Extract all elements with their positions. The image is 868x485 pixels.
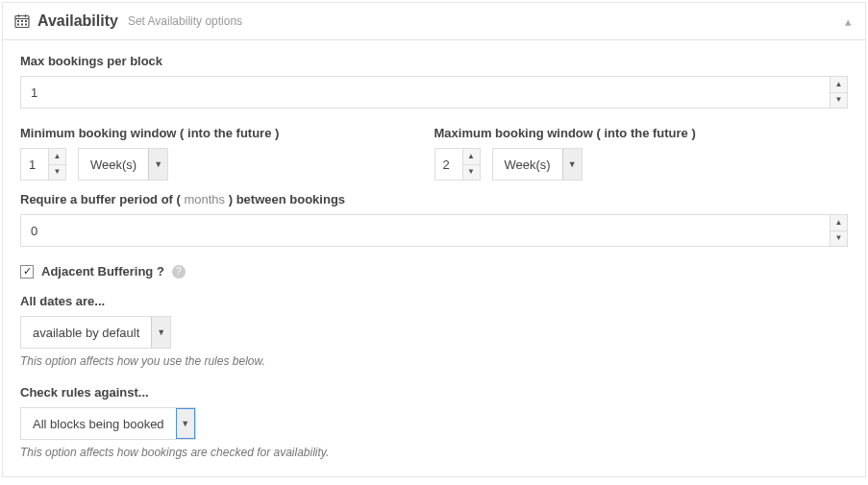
max-bookings-field: Max bookings per block 1 ▲ ▼ xyxy=(20,54,848,109)
check-rules-value: All blocks being booked xyxy=(21,408,176,439)
max-bookings-label: Max bookings per block xyxy=(20,54,848,68)
min-window-value-input[interactable]: 1 ▲ ▼ xyxy=(20,148,66,181)
chevron-down-icon[interactable]: ▼ xyxy=(148,149,167,180)
max-window-value-input[interactable]: 2 ▲ ▼ xyxy=(434,148,481,181)
adjacent-buffering-field: ✓ Adjacent Buffering ? ? xyxy=(20,264,848,279)
adjacent-buffering-label: Adjacent Buffering ? xyxy=(41,264,164,279)
min-window-unit-select[interactable]: Week(s) ▼ xyxy=(78,148,168,181)
spinner: ▲ ▼ xyxy=(830,215,847,246)
max-bookings-input[interactable]: 1 ▲ ▼ xyxy=(20,76,848,109)
max-window-field: Maximum booking window ( into the future… xyxy=(434,126,849,181)
all-dates-value: available by default xyxy=(21,317,151,348)
panel-subtitle: Set Availability options xyxy=(128,14,242,28)
spinner-up-icon[interactable]: ▲ xyxy=(49,149,65,165)
buffer-label: Require a buffer period of ( months ) be… xyxy=(20,192,848,206)
spinner: ▲ ▼ xyxy=(462,149,480,180)
calendar-icon xyxy=(14,13,30,29)
svg-rect-6 xyxy=(25,20,27,22)
buffer-field: Require a buffer period of ( months ) be… xyxy=(20,192,848,247)
help-icon[interactable]: ? xyxy=(172,265,186,279)
all-dates-label: All dates are... xyxy=(20,294,848,308)
adjacent-buffering-checkbox[interactable]: ✓ xyxy=(20,265,34,279)
spinner-down-icon[interactable]: ▼ xyxy=(831,93,847,109)
svg-rect-5 xyxy=(21,20,23,22)
svg-rect-7 xyxy=(17,24,19,26)
chevron-down-icon[interactable]: ▼ xyxy=(151,317,170,348)
max-window-value: 2 xyxy=(435,149,462,180)
min-window-unit-value: Week(s) xyxy=(79,149,148,180)
check-rules-select[interactable]: All blocks being booked ▼ xyxy=(20,407,196,440)
chevron-down-icon[interactable]: ▼ xyxy=(176,408,195,439)
availability-panel: Availability Set Availability options ▴ … xyxy=(2,2,866,477)
max-window-label: Maximum booking window ( into the future… xyxy=(434,126,849,140)
buffer-input[interactable]: 0 ▲ ▼ xyxy=(20,214,848,247)
min-window-value: 1 xyxy=(21,149,48,180)
chevron-down-icon[interactable]: ▼ xyxy=(562,149,582,180)
min-window-label: Minimum booking window ( into the future… xyxy=(20,126,434,140)
panel-body: Max bookings per block 1 ▲ ▼ Minimum boo… xyxy=(3,40,865,476)
check-rules-label: Check rules against... xyxy=(20,385,848,400)
spinner-up-icon[interactable]: ▲ xyxy=(831,215,847,231)
max-bookings-value: 1 xyxy=(21,77,830,108)
all-dates-hint: This option affects how you use the rule… xyxy=(20,354,848,368)
spinner-down-icon[interactable]: ▼ xyxy=(49,165,65,181)
panel-header: Availability Set Availability options ▴ xyxy=(3,3,865,40)
svg-rect-4 xyxy=(17,20,19,22)
spinner: ▲ ▼ xyxy=(830,77,847,108)
spinner-up-icon[interactable]: ▲ xyxy=(831,77,847,93)
spinner: ▲ ▼ xyxy=(48,149,65,180)
buffer-value: 0 xyxy=(21,215,830,246)
spinner-up-icon[interactable]: ▲ xyxy=(463,149,480,165)
max-window-unit-value: Week(s) xyxy=(493,149,562,180)
all-dates-select[interactable]: available by default ▼ xyxy=(20,316,171,349)
svg-rect-9 xyxy=(25,24,27,26)
max-window-unit-select[interactable]: Week(s) ▼ xyxy=(492,148,583,181)
check-rules-field: Check rules against... All blocks being … xyxy=(20,385,848,459)
all-dates-field: All dates are... available by default ▼ … xyxy=(20,294,848,368)
panel-title: Availability xyxy=(37,12,118,30)
booking-window-row: Minimum booking window ( into the future… xyxy=(20,126,848,181)
buffer-label-unit: months xyxy=(184,192,225,206)
check-rules-hint: This option affects how bookings are che… xyxy=(20,446,848,459)
buffer-label-pre: Require a buffer period of ( xyxy=(20,192,184,206)
min-window-field: Minimum booking window ( into the future… xyxy=(20,126,434,181)
buffer-label-post: ) between bookings xyxy=(225,192,345,206)
spinner-down-icon[interactable]: ▼ xyxy=(831,231,847,247)
collapse-toggle-icon[interactable]: ▴ xyxy=(845,14,852,29)
spinner-down-icon[interactable]: ▼ xyxy=(463,165,480,181)
svg-rect-8 xyxy=(21,24,23,26)
